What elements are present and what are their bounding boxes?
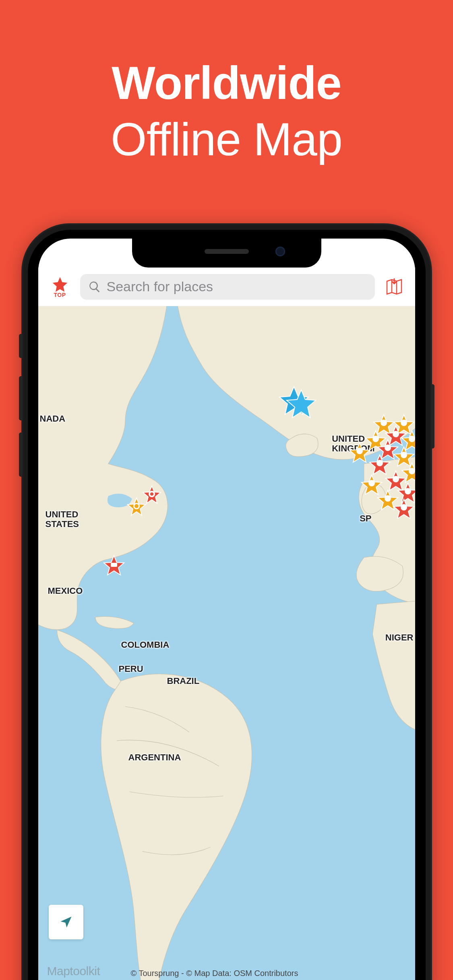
device-notch	[132, 238, 321, 268]
map-download-icon	[385, 277, 404, 296]
poi-cluster-iceland[interactable]	[274, 383, 318, 423]
country-label-mexico: MEXICO	[48, 586, 83, 596]
country-label-argentina: ARGENTINA	[128, 753, 181, 762]
location-arrow-icon	[59, 915, 73, 929]
country-label-canada: NADA	[40, 414, 66, 424]
world-map-svg	[38, 306, 415, 980]
country-label-nigeria: NIGER	[385, 633, 414, 642]
headline-line-2: Offline Map	[0, 113, 453, 166]
star-icon	[51, 276, 69, 293]
top-label: TOP	[54, 292, 66, 298]
search-input[interactable]: Search for places	[80, 274, 375, 300]
svg-point-2	[134, 504, 139, 508]
download-map-button[interactable]	[383, 277, 405, 296]
phone-mockup: TOP Search for places	[21, 223, 432, 980]
app-toolbar: TOP Search for places	[38, 268, 415, 306]
map-attribution: © Toursprung - © Map Data: OSM Contribut…	[131, 969, 298, 978]
search-placeholder: Search for places	[107, 279, 213, 294]
country-label-peru: PERU	[119, 664, 143, 674]
country-label-us: UNITED STATES	[46, 510, 79, 529]
country-label-colombia: COLOMBIA	[121, 640, 170, 650]
svg-rect-5	[111, 563, 117, 567]
country-label-brazil: BRAZIL	[167, 676, 200, 686]
map-canvas[interactable]: NADA UNITED STATES UNITED KINGDOM SP MEX…	[38, 306, 415, 980]
app-screen: TOP Search for places	[38, 239, 415, 980]
search-icon	[88, 280, 101, 293]
promo-headline: Worldwide Offline Map	[0, 0, 453, 166]
poi-us-west[interactable]	[38, 511, 48, 535]
poi-cuba[interactable]	[102, 555, 126, 577]
poi-us-east[interactable]	[124, 485, 165, 521]
headline-line-1: Worldwide	[0, 56, 453, 109]
top-places-button[interactable]: TOP	[48, 276, 72, 298]
poi-cluster-europe[interactable]	[348, 414, 415, 519]
svg-point-4	[150, 492, 153, 496]
map-watermark: Maptoolkit	[47, 964, 100, 978]
locate-me-button[interactable]	[49, 905, 83, 939]
